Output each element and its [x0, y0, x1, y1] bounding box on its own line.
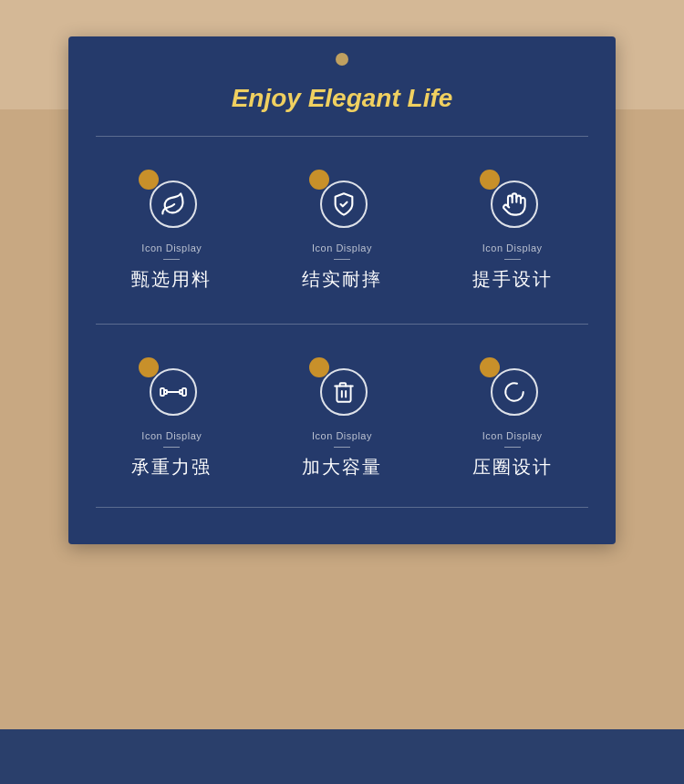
icon-circle — [320, 181, 368, 228]
icon-dash — [163, 447, 180, 448]
pin-decoration — [336, 53, 348, 66]
dot-badge — [309, 357, 329, 377]
wood-background-bottom — [0, 729, 684, 784]
icon-wrapper-ring — [483, 361, 542, 419]
feature-item-materials: Icon Display 甄选用料 — [87, 164, 257, 301]
trash-icon — [332, 379, 356, 405]
icon-circle — [491, 181, 538, 228]
icon-label: Icon Display — [312, 242, 372, 253]
icon-label: Icon Display — [482, 430, 543, 441]
icon-label: Icon Display — [141, 242, 202, 253]
svg-rect-4 — [182, 388, 186, 396]
feature-item-durable: Icon Display 结实耐摔 — [257, 164, 428, 301]
icon-label: Icon Display — [141, 430, 202, 441]
icon-wrapper-shield — [313, 173, 371, 232]
icon-dash — [334, 447, 350, 448]
feature-text: 压圈设计 — [472, 455, 553, 480]
dot-badge — [309, 170, 329, 190]
bottom-divider — [96, 507, 588, 508]
feature-text: 承重力强 — [131, 455, 212, 480]
icon-wrapper-hand — [483, 173, 542, 232]
dumbbell-icon — [160, 381, 187, 403]
feature-text: 加大容量 — [302, 455, 382, 480]
hand-icon — [502, 191, 527, 217]
icon-label: Icon Display — [482, 242, 543, 253]
dot-badge — [480, 170, 500, 190]
feature-text: 甄选用料 — [131, 267, 212, 292]
icon-grid-row1: Icon Display 甄选用料 Icon Display 结实耐摔 — [68, 137, 616, 319]
icon-dash — [504, 259, 521, 260]
icon-circle — [320, 368, 368, 416]
feature-text: 结实耐摔 — [302, 267, 382, 292]
icon-circle — [491, 368, 538, 416]
icon-wrapper-dumbbell — [142, 361, 201, 419]
icon-wrapper-trash — [313, 361, 371, 419]
icon-circle — [150, 368, 197, 416]
main-card: Enjoy Elegant Life Icon Display 甄选用料 — [68, 36, 616, 544]
dot-badge — [480, 357, 500, 377]
feature-item-ring: Icon Display 压圈设计 — [427, 352, 597, 489]
card-title: Enjoy Elegant Life — [68, 66, 616, 136]
feature-item-handle: Icon Display 提手设计 — [427, 164, 597, 301]
feature-item-capacity: Icon Display 加大容量 — [257, 352, 428, 489]
icon-grid-row2: Icon Display 承重力强 Icon Display 加大容量 — [68, 325, 616, 507]
feature-item-weight: Icon Display 承重力强 — [87, 352, 257, 489]
shield-check-icon — [331, 191, 357, 217]
icon-circle — [150, 181, 197, 228]
icon-wrapper-leaf — [142, 173, 201, 232]
icon-dash — [334, 259, 350, 260]
feature-text: 提手设计 — [472, 267, 553, 292]
icon-dash — [163, 259, 180, 260]
icon-dash — [504, 447, 521, 448]
leaf-icon — [161, 191, 186, 217]
icon-label: Icon Display — [312, 430, 372, 441]
ring-icon — [503, 380, 526, 404]
